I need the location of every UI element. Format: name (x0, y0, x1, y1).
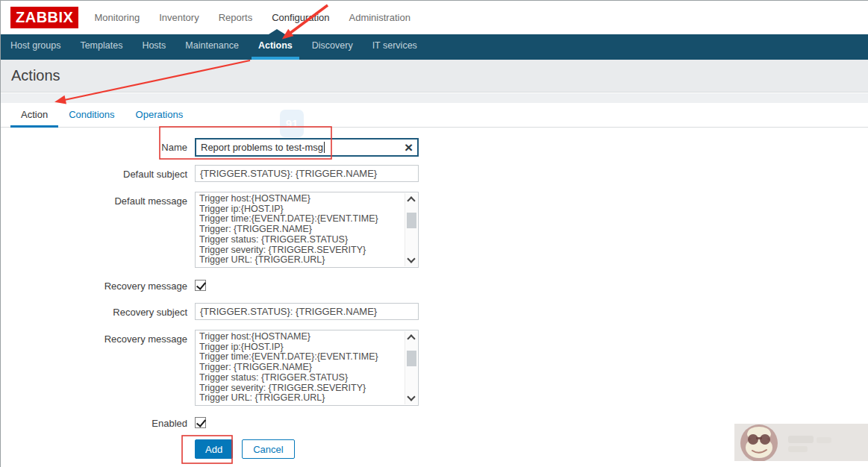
enabled-row: Enabled (1, 416, 206, 429)
form-buttons-row: Add Cancel (195, 439, 295, 459)
default-message-label: Default message (1, 192, 187, 207)
top-menu-monitoring[interactable]: Monitoring (94, 12, 140, 23)
add-button[interactable]: Add (195, 439, 233, 459)
form-tabs: Action Conditions Operations (1, 103, 868, 128)
sub-nav-hosts[interactable]: Hosts (135, 34, 172, 60)
default-subject-row: Default subject {TRIGGER.STATUS}: {TRIGG… (1, 165, 419, 182)
page-title: Actions (11, 67, 868, 84)
recovery-message-checkbox[interactable] (195, 280, 206, 291)
recovery-message-checkbox-label: Recovery message (1, 279, 187, 292)
sub-nav-bar: Host groups Templates Hosts Maintenance … (1, 34, 868, 60)
recovery-message-label: Recovery message (1, 330, 187, 345)
recovery-message-checkbox-row: Recovery message (1, 279, 206, 292)
screenshot-watermark-badge: 91 (280, 110, 304, 137)
top-header: ZABBIX Monitoring Inventory Reports Conf… (1, 1, 868, 34)
tab-action[interactable]: Action (10, 103, 58, 128)
default-message-textarea[interactable]: Trigger host:{HOSTNAME} Trigger ip:{HOST… (195, 192, 419, 268)
scroll-up-icon[interactable] (407, 334, 415, 342)
top-menu-inventory[interactable]: Inventory (159, 12, 199, 23)
sub-nav-maintenance[interactable]: Maintenance (178, 34, 246, 60)
name-input-value: Report problems to test-msg (201, 142, 323, 153)
sub-nav-host-groups[interactable]: Host groups (4, 34, 67, 60)
clear-input-icon[interactable]: × (405, 140, 413, 156)
default-subject-label: Default subject (1, 165, 187, 180)
default-message-row: Default message Trigger host:{HOSTNAME} … (1, 192, 419, 268)
name-row: Name Report problems to test-msg × (1, 138, 419, 157)
tab-operations[interactable]: Operations (125, 103, 194, 128)
name-label: Name (1, 138, 187, 153)
recovery-message-text: Trigger host:{HOSTNAME} Trigger ip:{HOST… (199, 332, 403, 404)
top-menu-administration[interactable]: Administration (349, 12, 410, 23)
text-cursor (324, 142, 325, 153)
zabbix-logo[interactable]: ZABBIX (10, 7, 78, 28)
top-menu-reports[interactable]: Reports (219, 12, 253, 23)
monkey-face-icon (734, 424, 868, 461)
scrollbar[interactable] (405, 193, 417, 266)
tab-conditions[interactable]: Conditions (58, 103, 125, 128)
sub-nav-actions[interactable]: Actions (252, 34, 299, 60)
page-title-band: Actions (1, 60, 868, 93)
scroll-up-icon[interactable] (407, 196, 415, 204)
scroll-down-icon[interactable] (407, 254, 415, 263)
sub-nav-it-services[interactable]: IT services (366, 34, 424, 60)
recovery-message-row: Recovery message Trigger host:{HOSTNAME}… (1, 330, 419, 406)
top-menu: Monitoring Inventory Reports Configurati… (94, 12, 429, 23)
scrollbar[interactable] (405, 331, 417, 404)
default-message-text: Trigger host:{HOSTNAME} Trigger ip:{HOST… (199, 194, 403, 266)
scroll-down-icon[interactable] (407, 392, 415, 401)
name-input[interactable]: Report problems to test-msg × (195, 138, 419, 157)
recovery-subject-label: Recovery subject (1, 303, 187, 318)
enabled-label: Enabled (1, 416, 187, 429)
zabbix-actions-page: ZABBIX Monitoring Inventory Reports Conf… (0, 0, 868, 467)
sub-nav-templates[interactable]: Templates (73, 34, 129, 60)
sub-nav-discovery[interactable]: Discovery (305, 34, 360, 60)
active-menu-caret-icon (269, 29, 285, 34)
title-band-gap (1, 93, 868, 103)
cancel-button[interactable]: Cancel (242, 439, 294, 459)
recovery-subject-input[interactable]: {TRIGGER.STATUS}: {TRIGGER.NAME} (195, 303, 419, 320)
default-subject-input[interactable]: {TRIGGER.STATUS}: {TRIGGER.NAME} (195, 165, 419, 182)
blog-watermark (734, 424, 868, 461)
recovery-subject-row: Recovery subject {TRIGGER.STATUS}: {TRIG… (1, 303, 419, 320)
recovery-message-textarea[interactable]: Trigger host:{HOSTNAME} Trigger ip:{HOST… (195, 330, 419, 406)
top-menu-configuration[interactable]: Configuration (272, 12, 329, 23)
scrollbar-thumb[interactable] (407, 351, 416, 366)
scrollbar-thumb[interactable] (407, 213, 416, 228)
enabled-checkbox[interactable] (195, 417, 206, 428)
